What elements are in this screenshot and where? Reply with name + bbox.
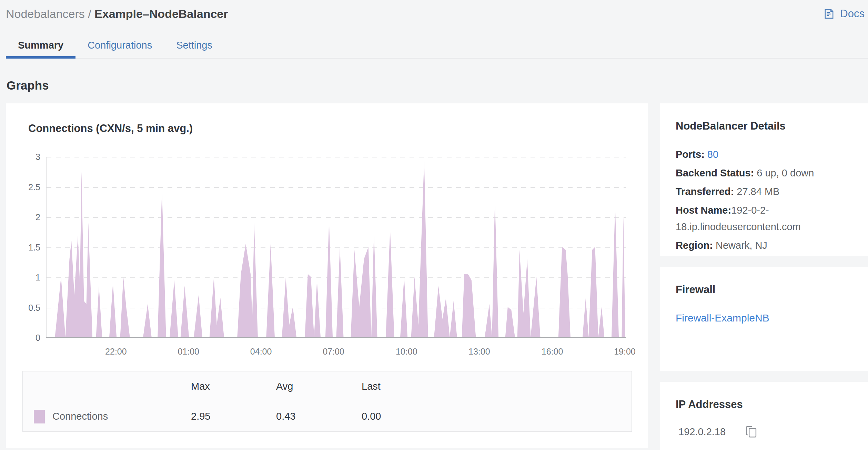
tabbar: Summary Configurations Settings xyxy=(6,34,868,59)
ip-address-value: 192.0.2.18 xyxy=(678,426,726,438)
legend-last-value: 0.00 xyxy=(362,411,632,422)
ip-addresses-card: IP Addresses 192.0.2.18 xyxy=(660,382,868,450)
legend-header-avg: Avg xyxy=(276,381,362,392)
legend-table: Max Avg Last Connections 2.95 0.43 0.00 xyxy=(22,371,632,432)
x-axis-labels: 22:0001:0004:0007:0010:0013:0016:0019:00 xyxy=(6,146,648,399)
ip-address-row: 192.0.2.18 xyxy=(676,425,854,438)
connections-chart: 00.511.522.53 22:0001:0004:0007:0010:001… xyxy=(6,146,648,399)
breadcrumb: Nodebalancers / Example–NodeBalancer xyxy=(6,7,228,21)
ports-row: Ports: 80 xyxy=(676,146,850,163)
x-tick-label: 07:00 xyxy=(323,347,344,357)
firewall-card-title: Firewall xyxy=(676,284,854,296)
firewall-card: Firewall Firewall-ExampleNB xyxy=(660,267,868,371)
connections-swatch xyxy=(34,410,45,423)
breadcrumb-separator: / xyxy=(85,7,94,20)
backend-status-label: Backend Status: xyxy=(676,167,757,178)
x-tick-label: 10:00 xyxy=(396,347,417,357)
main-content: Connections (CXN/s, 5 min avg.) 00.511.5… xyxy=(6,103,868,450)
legend-header-max: Max xyxy=(191,381,276,392)
copy-icon[interactable] xyxy=(746,425,757,438)
transferred-label: Transferred: xyxy=(676,186,737,197)
region-row: Region: Newark, NJ xyxy=(676,237,850,254)
x-tick-label: 01:00 xyxy=(178,347,199,357)
backend-status-row: Backend Status: 6 up, 0 down xyxy=(676,165,850,181)
x-tick-label: 04:00 xyxy=(250,347,272,357)
x-tick-label: 22:00 xyxy=(105,347,127,357)
x-tick-label: 16:00 xyxy=(542,347,563,357)
legend-series-cell: Connections xyxy=(23,410,191,423)
connections-chart-card: Connections (CXN/s, 5 min avg.) 00.511.5… xyxy=(6,103,648,448)
hostname-label: Host Name: xyxy=(676,205,731,216)
details-rows: Ports: 80 Backend Status: 6 up, 0 down T… xyxy=(676,146,850,254)
legend-series-name: Connections xyxy=(52,411,108,422)
x-tick-label: 13:00 xyxy=(468,347,490,357)
topbar: Nodebalancers / Example–NodeBalancer Doc… xyxy=(6,0,865,28)
legend-header-last: Last xyxy=(362,381,632,392)
ports-label: Ports: xyxy=(676,149,707,160)
x-tick-label: 19:00 xyxy=(614,347,636,357)
region-label: Region: xyxy=(676,240,716,251)
hostname-row: Host Name:192-0-2-18.ip.linodeuserconten… xyxy=(676,202,850,235)
page-root: Nodebalancers / Example–NodeBalancer Doc… xyxy=(0,0,868,450)
docs-icon xyxy=(823,8,835,20)
nodebalancer-details-card: NodeBalancer Details Ports: 80 Backend S… xyxy=(660,103,868,256)
page-title: Example–NodeBalancer xyxy=(94,7,228,20)
graphs-heading: Graphs xyxy=(7,79,49,92)
legend-header-row: Max Avg Last xyxy=(23,371,632,401)
tab-configurations[interactable]: Configurations xyxy=(75,34,164,58)
legend-data-row: Connections 2.95 0.43 0.00 xyxy=(23,401,632,431)
ip-card-title: IP Addresses xyxy=(676,398,854,411)
tab-summary[interactable]: Summary xyxy=(6,34,75,58)
transferred-value: 27.84 MB xyxy=(737,186,779,197)
transferred-row: Transferred: 27.84 MB xyxy=(676,183,850,200)
port-80-link[interactable]: 80 xyxy=(707,149,718,160)
breadcrumb-nodebalancers-link[interactable]: Nodebalancers xyxy=(6,7,85,20)
docs-label: Docs xyxy=(840,8,865,20)
docs-link[interactable]: Docs xyxy=(823,8,865,20)
sidebar: NodeBalancer Details Ports: 80 Backend S… xyxy=(660,103,868,450)
details-card-title: NodeBalancer Details xyxy=(676,120,854,132)
chart-title: Connections (CXN/s, 5 min avg.) xyxy=(28,122,193,135)
region-value: Newark, NJ xyxy=(716,240,767,251)
firewall-example-link[interactable]: Firewall-ExampleNB xyxy=(676,312,769,324)
backend-status-value: 6 up, 0 down xyxy=(757,167,814,178)
legend-max-value: 2.95 xyxy=(191,411,276,422)
tab-settings[interactable]: Settings xyxy=(164,34,224,58)
legend-avg-value: 0.43 xyxy=(276,411,362,422)
